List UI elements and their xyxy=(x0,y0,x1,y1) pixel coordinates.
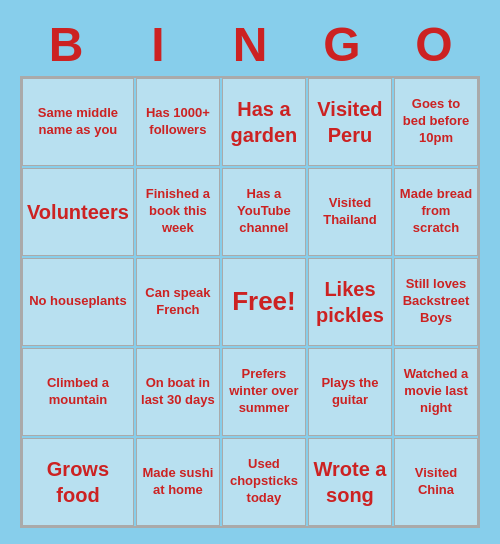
bingo-cell-22[interactable]: Used chopsticks today xyxy=(222,438,306,526)
bingo-card: BINGO Same middle name as youHas 1000+ f… xyxy=(10,7,490,538)
header-letter-n: N xyxy=(206,17,294,72)
bingo-cell-16[interactable]: On boat in last 30 days xyxy=(136,348,220,436)
bingo-cell-1[interactable]: Has 1000+ followers xyxy=(136,78,220,166)
bingo-cell-15[interactable]: Climbed a mountain xyxy=(22,348,134,436)
bingo-cell-20[interactable]: Grows food xyxy=(22,438,134,526)
header-letter-g: G xyxy=(298,17,386,72)
bingo-cell-17[interactable]: Prefers winter over summer xyxy=(222,348,306,436)
bingo-cell-24[interactable]: Visited China xyxy=(394,438,478,526)
header-letter-i: I xyxy=(114,17,202,72)
bingo-cell-2[interactable]: Has a garden xyxy=(222,78,306,166)
bingo-cell-21[interactable]: Made sushi at home xyxy=(136,438,220,526)
bingo-cell-10[interactable]: No houseplants xyxy=(22,258,134,346)
bingo-cell-12[interactable]: Free! xyxy=(222,258,306,346)
bingo-cell-0[interactable]: Same middle name as you xyxy=(22,78,134,166)
bingo-cell-13[interactable]: Likes pickles xyxy=(308,258,392,346)
bingo-cell-3[interactable]: Visited Peru xyxy=(308,78,392,166)
bingo-cell-7[interactable]: Has a YouTube channel xyxy=(222,168,306,256)
bingo-cell-5[interactable]: Volunteers xyxy=(22,168,134,256)
bingo-cell-11[interactable]: Can speak French xyxy=(136,258,220,346)
header-letter-b: B xyxy=(22,17,110,72)
bingo-cell-9[interactable]: Made bread from scratch xyxy=(394,168,478,256)
bingo-header: BINGO xyxy=(20,17,480,72)
bingo-cell-19[interactable]: Watched a movie last night xyxy=(394,348,478,436)
bingo-cell-6[interactable]: Finished a book this week xyxy=(136,168,220,256)
header-letter-o: O xyxy=(390,17,478,72)
bingo-cell-18[interactable]: Plays the guitar xyxy=(308,348,392,436)
bingo-cell-4[interactable]: Goes to bed before 10pm xyxy=(394,78,478,166)
bingo-cell-14[interactable]: Still loves Backstreet Boys xyxy=(394,258,478,346)
bingo-grid: Same middle name as youHas 1000+ followe… xyxy=(20,76,480,528)
bingo-cell-23[interactable]: Wrote a song xyxy=(308,438,392,526)
bingo-cell-8[interactable]: Visited Thailand xyxy=(308,168,392,256)
